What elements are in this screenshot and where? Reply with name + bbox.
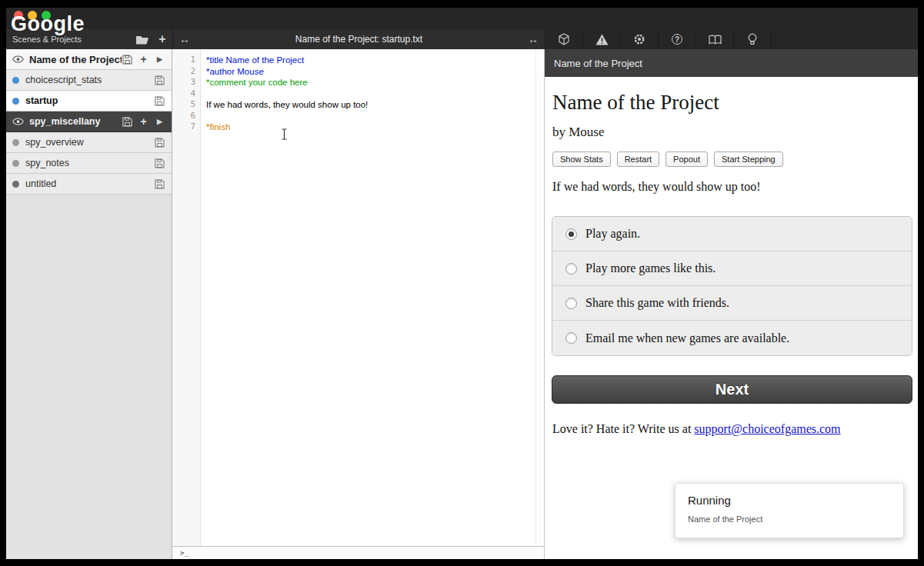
eye-icon[interactable]	[12, 118, 24, 125]
code-editor: 1 2 3 4 5 6 7 *title Name of the Project…	[172, 49, 545, 559]
choice-option-share-game[interactable]: Share this game with friends.	[552, 286, 912, 321]
settings-button[interactable]	[621, 29, 659, 49]
line-number: 3	[172, 77, 200, 88]
run-project-icon[interactable]: ▶	[154, 116, 165, 128]
code-line: *finish	[206, 122, 535, 133]
scene-label: untitled	[25, 178, 154, 189]
option-label: Share this game with friends.	[585, 296, 729, 310]
start-stepping-button[interactable]: Start Stepping	[714, 151, 783, 167]
editor-title: Name of the Project: startup.txt	[196, 34, 522, 45]
editor-toolbar: ↔ Name of the Project: startup.txt ↔	[172, 29, 545, 49]
sidebar-item-startup[interactable]: startup	[6, 91, 172, 112]
sidebar-item-choicescript-stats[interactable]: choicescript_stats	[6, 70, 172, 91]
option-label: Play more games like this.	[585, 261, 716, 275]
radio-button[interactable]	[565, 298, 577, 309]
open-project-button[interactable]	[132, 29, 152, 49]
radio-button[interactable]	[565, 228, 577, 240]
notification-title: Running	[688, 494, 731, 507]
game-byline: by Mouse	[552, 125, 605, 140]
save-icon[interactable]	[122, 54, 133, 65]
line-number: 4	[172, 88, 200, 100]
editor-text-area[interactable]: *title Name of the Project *author Mouse…	[206, 55, 535, 133]
sidebar-item-project-spy-miscellany[interactable]: spy_miscellany + ▶	[6, 112, 172, 132]
preview-header-bar: Name of the Project	[545, 49, 918, 77]
sidebar-item-untitled[interactable]: untitled	[6, 174, 172, 195]
game-view-button[interactable]	[545, 29, 583, 49]
notification-subtitle: Name of the Project	[688, 514, 762, 524]
choice-option-play-again[interactable]: Play again.	[552, 217, 912, 251]
scene-label: spy_overview	[25, 137, 154, 148]
add-scene-icon[interactable]: +	[138, 116, 149, 128]
gear-icon	[633, 33, 645, 45]
help-icon: ?	[672, 34, 682, 45]
editor-gutter: 1 2 3 4 5 6 7	[172, 49, 201, 546]
show-stats-button[interactable]: Show Stats	[552, 151, 611, 167]
running-notification: Running Name of the Project	[675, 483, 904, 538]
scene-label: spy_notes	[25, 158, 154, 168]
editor-console[interactable]: >_	[172, 546, 544, 559]
choice-option-play-more-games[interactable]: Play more games like this.	[552, 251, 912, 286]
choice-options-group: Play again. Play more games like this. S…	[552, 216, 912, 356]
titlebar	[6, 8, 918, 29]
code-line	[206, 88, 535, 100]
book-icon	[709, 35, 722, 45]
save-icon[interactable]	[154, 137, 165, 148]
scene-status-dot	[12, 98, 19, 105]
line-number: 6	[172, 111, 200, 122]
code-line: *author Mouse	[206, 66, 535, 78]
restart-button[interactable]: Restart	[617, 151, 659, 167]
text-cursor	[281, 128, 288, 143]
scene-status-dot	[12, 77, 19, 84]
sidebar-item-spy-overview[interactable]: spy_overview	[6, 132, 172, 153]
feedback-line: Love it? Hate it? Write us at support@ch…	[552, 422, 841, 436]
pane-resize-left-icon[interactable]: ↔	[173, 33, 196, 45]
tips-button[interactable]	[734, 29, 772, 49]
scene-status-dot	[12, 139, 19, 146]
scene-status-dot	[12, 160, 19, 167]
scene-status-dot	[12, 181, 19, 188]
preview-toolbar: ?	[545, 29, 918, 49]
google-watermark: Google	[11, 12, 85, 36]
project-label: spy_miscellany	[29, 116, 122, 127]
radio-button[interactable]	[565, 332, 577, 344]
editor-scrollbar[interactable]	[535, 49, 544, 546]
save-icon[interactable]	[154, 95, 165, 107]
code-line: *title Name of the Project	[206, 55, 535, 66]
app-window: Google Scenes & Projects + ↔ Name of the	[0, 0, 924, 566]
next-button[interactable]: Next	[552, 375, 912, 404]
game-preview-panel: Name of the Project Name of the Project …	[545, 49, 918, 559]
preview-header-title: Name of the Project	[545, 58, 642, 69]
toolbar: Scenes & Projects + ↔ Name of the Projec…	[6, 29, 918, 49]
support-email-link[interactable]: support@choiceofgames.com	[694, 422, 840, 435]
warning-icon	[595, 34, 609, 45]
option-label: Play again.	[585, 227, 640, 241]
option-label: Email me when new games are available.	[585, 331, 789, 345]
run-project-icon[interactable]: ▶	[154, 54, 165, 65]
help-button[interactable]: ?	[659, 29, 696, 49]
code-line	[206, 111, 535, 122]
issues-button[interactable]	[583, 29, 621, 49]
save-icon[interactable]	[154, 75, 165, 86]
save-icon[interactable]	[154, 158, 165, 169]
save-icon[interactable]	[122, 116, 133, 128]
scenes-projects-sidebar: Name of the Project + ▶ choicescript_sta…	[6, 49, 172, 559]
cube-icon	[558, 33, 570, 45]
choice-option-email-me[interactable]: Email me when new games are available.	[552, 321, 912, 355]
save-icon[interactable]	[154, 178, 165, 190]
scene-label: startup	[25, 95, 154, 106]
radio-button[interactable]	[565, 263, 577, 275]
line-number: 1	[172, 55, 200, 66]
lightbulb-icon	[748, 33, 757, 45]
sidebar-item-spy-notes[interactable]: spy_notes	[6, 153, 172, 174]
popout-button[interactable]: Popout	[665, 151, 708, 167]
preview-body: Name of the Project by Mouse Show Stats …	[545, 77, 918, 559]
line-number: 5	[172, 99, 200, 111]
sidebar-item-project-name-of-the-project[interactable]: Name of the Project + ▶	[6, 49, 172, 70]
add-scene-icon[interactable]: +	[138, 54, 149, 65]
documentation-button[interactable]	[696, 29, 734, 49]
add-project-button[interactable]: +	[152, 29, 172, 49]
pane-resize-right-icon[interactable]: ↔	[522, 33, 545, 45]
console-prompt: >_	[172, 549, 188, 557]
open-folder-icon	[135, 35, 149, 45]
eye-icon[interactable]	[12, 55, 24, 63]
